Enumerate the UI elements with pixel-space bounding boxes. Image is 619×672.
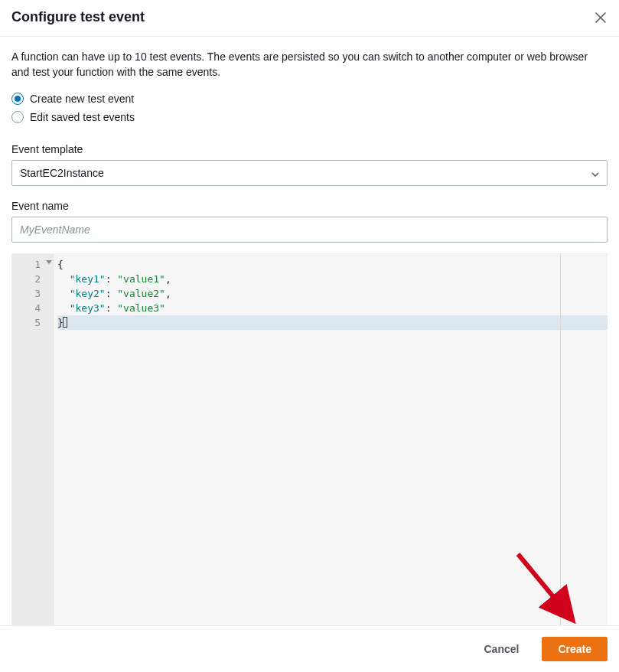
event-template-value: StartEC2Instance <box>20 167 104 179</box>
event-template-label: Event template <box>11 143 608 155</box>
fold-icon[interactable] <box>46 260 52 264</box>
event-name-label: Event name <box>11 200 608 212</box>
radio-edit-saved[interactable]: Edit saved test events <box>11 111 608 123</box>
radio-edit-label: Edit saved test events <box>30 111 135 123</box>
json-editor[interactable]: 12345 { "key1": "value1", "key2": "value… <box>11 253 608 625</box>
cancel-button[interactable]: Cancel <box>468 637 534 661</box>
code-line[interactable]: "key1": "value1", <box>57 272 608 286</box>
code-line[interactable]: { <box>57 257 608 272</box>
code-line[interactable]: "key2": "value2", <box>57 286 608 301</box>
gutter-line: 5 <box>11 315 50 330</box>
chevron-down-icon <box>591 167 599 179</box>
dialog-title: Configure test event <box>11 9 145 25</box>
radio-indicator-checked <box>11 93 24 105</box>
gutter-line: 4 <box>11 301 50 315</box>
event-mode-radio-group: Create new test event Edit saved test ev… <box>11 93 608 129</box>
code-line[interactable]: "key3": "value3" <box>57 301 608 315</box>
close-button[interactable] <box>594 11 608 24</box>
event-template-select[interactable]: StartEC2Instance <box>11 160 608 186</box>
gutter-line: 3 <box>11 286 50 301</box>
editor-code[interactable]: { "key1": "value1", "key2": "value2", "k… <box>54 254 608 625</box>
create-button[interactable]: Create <box>542 637 608 661</box>
radio-indicator-unchecked <box>11 111 24 123</box>
editor-print-margin <box>560 254 561 625</box>
event-name-input[interactable] <box>11 217 608 243</box>
editor-gutter: 12345 <box>11 254 54 625</box>
editor-cursor <box>63 317 67 328</box>
radio-create-new[interactable]: Create new test event <box>11 93 608 105</box>
code-line[interactable]: } <box>57 315 608 330</box>
radio-create-label: Create new test event <box>30 93 134 105</box>
gutter-line: 1 <box>11 257 50 272</box>
gutter-line: 2 <box>11 272 50 286</box>
dialog-description: A function can have up to 10 test events… <box>11 49 608 80</box>
close-icon <box>595 12 606 23</box>
